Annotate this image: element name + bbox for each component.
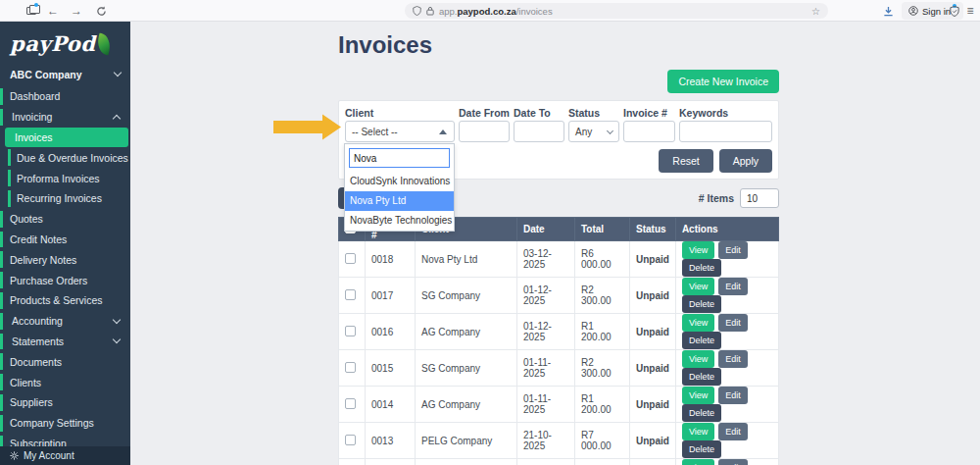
- sidebar-item-suppliers[interactable]: Suppliers: [0, 392, 130, 413]
- bookmark-star-icon[interactable]: ☆: [811, 6, 820, 17]
- delete-button[interactable]: Delete: [682, 332, 721, 349]
- extensions-button[interactable]: [947, 0, 961, 22]
- sidebar-item-documents[interactable]: Documents: [0, 351, 130, 372]
- url-bar[interactable]: app.paypod.co.za/invoices ☆: [405, 3, 828, 19]
- sidebar-item-delivery-notes[interactable]: Delivery Notes: [0, 249, 130, 270]
- logo-text: payPod: [10, 31, 95, 56]
- apply-button[interactable]: Apply: [719, 149, 772, 173]
- sidebar-item-products-services[interactable]: Products & Services: [0, 290, 130, 311]
- sidebar-item-due-overdue-invoices[interactable]: Due & Overdue Invoices: [0, 147, 130, 168]
- view-button[interactable]: View: [682, 278, 714, 295]
- sidebar-item-purchase-orders[interactable]: Purchase Orders: [0, 270, 130, 290]
- cell-date: 20-10-2025: [517, 459, 575, 465]
- edit-button[interactable]: Edit: [718, 387, 748, 404]
- keywords-label: Keywords: [679, 107, 772, 119]
- edit-button[interactable]: Edit: [718, 278, 748, 295]
- table-row: 0012DG Company20-10-2025R2 000.00UnpaidV…: [339, 459, 779, 465]
- company-name: ABC Company: [10, 69, 82, 80]
- invoice-number-input[interactable]: [623, 121, 675, 142]
- sidebar-item-statements[interactable]: Statements: [0, 332, 130, 352]
- reload-button[interactable]: [93, 0, 109, 22]
- view-button[interactable]: View: [682, 423, 714, 440]
- triangle-up-icon: [439, 129, 447, 134]
- sidebar-item-credit-notes[interactable]: Credit Notes: [0, 230, 130, 250]
- sidebar-item-label: Invoicing: [12, 111, 52, 123]
- cell-date: 21-10-2025: [517, 423, 575, 459]
- delete-button[interactable]: Delete: [682, 404, 721, 422]
- delete-button[interactable]: Delete: [682, 440, 721, 458]
- cell-invoice: 0016: [366, 314, 416, 350]
- delete-button[interactable]: Delete: [682, 259, 721, 277]
- edit-button[interactable]: Edit: [718, 423, 748, 440]
- client-dropdown-options: CloudSynk InnovationsNova Pty LtdNovaByt…: [345, 172, 454, 231]
- sidebar-item-accounting[interactable]: Accounting: [0, 311, 130, 332]
- view-button[interactable]: View: [682, 459, 714, 465]
- sidebar-item-invoicing[interactable]: Invoicing: [0, 107, 130, 128]
- dropdown-option-novabyte-technologies[interactable]: NovaByte Technologies: [345, 211, 454, 231]
- forward-button[interactable]: →: [69, 0, 84, 22]
- edit-button[interactable]: Edit: [718, 459, 748, 465]
- status-select[interactable]: Any: [568, 121, 619, 142]
- sidebar-item-invoices[interactable]: Invoices: [5, 128, 128, 148]
- window-tabs-icon[interactable]: [24, 0, 39, 22]
- shield-permissions-icon[interactable]: [413, 6, 421, 16]
- dropdown-option-cloudsynk-innovations[interactable]: CloudSynk Innovations: [345, 172, 454, 191]
- downloads-button[interactable]: [880, 0, 896, 22]
- view-button[interactable]: View: [682, 314, 714, 332]
- client-filter-label: Client: [345, 107, 455, 119]
- client-select[interactable]: -- Select --: [345, 121, 455, 142]
- sidebar-item-recurring-invoices[interactable]: Recurring Invoices: [0, 188, 130, 209]
- client-dropdown-search-input[interactable]: [349, 148, 450, 168]
- row-checkbox[interactable]: [345, 435, 356, 445]
- logo[interactable]: payPod: [0, 22, 130, 65]
- view-button[interactable]: View: [682, 387, 714, 404]
- delete-button[interactable]: Delete: [682, 295, 721, 313]
- edit-button[interactable]: Edit: [718, 241, 748, 259]
- back-button[interactable]: ←: [45, 0, 61, 22]
- header-status: Status: [630, 218, 676, 241]
- invoice-number-label: Invoice #: [623, 107, 675, 119]
- invoices-table: Invoice # Client Date Total Status Actio…: [338, 217, 779, 465]
- sidebar-item-my-account[interactable]: My Account: [0, 446, 130, 465]
- dropdown-option-nova-pty-ltd[interactable]: Nova Pty Ltd: [345, 191, 454, 211]
- cell-actions: ViewEditDelete: [675, 459, 778, 465]
- items-per-page-select[interactable]: 10: [740, 188, 779, 208]
- date-to-input[interactable]: [514, 121, 564, 142]
- cell-status: Unpaid: [630, 387, 676, 423]
- row-checkbox[interactable]: [345, 398, 356, 409]
- cell-client: PELG Company: [416, 423, 517, 459]
- row-checkbox[interactable]: [345, 362, 356, 373]
- sidebar: payPod ABC Company DashboardInvoicingInv…: [0, 22, 130, 465]
- view-button[interactable]: View: [682, 241, 714, 259]
- edit-button[interactable]: Edit: [718, 350, 748, 368]
- row-checkbox[interactable]: [345, 289, 356, 300]
- reset-button[interactable]: Reset: [659, 149, 712, 173]
- delete-button[interactable]: Delete: [682, 368, 721, 386]
- sidebar-nav: DashboardInvoicingInvoicesDue & Overdue …: [0, 86, 130, 453]
- cell-invoice: 0013: [366, 423, 416, 459]
- reload-icon: [96, 6, 107, 17]
- cell-invoice: 0012: [366, 459, 416, 465]
- download-icon: [883, 6, 894, 17]
- sidebar-item-label: Invoices: [15, 131, 53, 143]
- create-new-invoice-button[interactable]: Create New Invoice: [667, 70, 779, 93]
- row-checkbox[interactable]: [345, 253, 356, 264]
- view-button[interactable]: View: [682, 350, 714, 368]
- company-selector[interactable]: ABC Company: [0, 65, 130, 83]
- sidebar-item-proforma-invoices[interactable]: Proforma Invoices: [0, 168, 130, 188]
- date-from-input[interactable]: [459, 121, 510, 142]
- sidebar-item-quotes[interactable]: Quotes: [0, 209, 130, 230]
- cell-invoice: 0015: [366, 350, 416, 387]
- menu-button[interactable]: ≡: [962, 0, 978, 22]
- cell-total: R2 300.00: [575, 350, 630, 387]
- sidebar-item-label: Documents: [10, 356, 62, 368]
- keywords-input[interactable]: [679, 121, 772, 142]
- cell-total: R2 000.00: [575, 459, 630, 465]
- sidebar-item-dashboard[interactable]: Dashboard: [0, 86, 130, 107]
- lock-icon[interactable]: [426, 6, 434, 16]
- account-icon: [908, 6, 918, 16]
- sidebar-item-clients[interactable]: Clients: [0, 372, 130, 392]
- row-checkbox[interactable]: [345, 326, 356, 336]
- edit-button[interactable]: Edit: [718, 314, 748, 332]
- sidebar-item-company-settings[interactable]: Company Settings: [0, 413, 130, 434]
